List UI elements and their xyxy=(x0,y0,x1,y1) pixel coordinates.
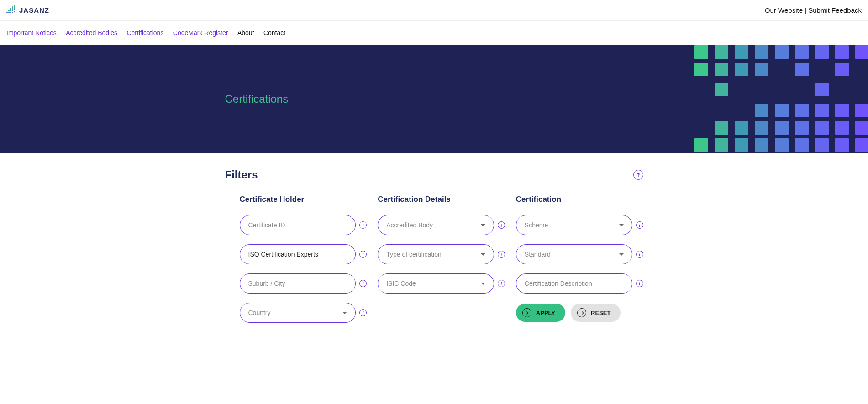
suburb-input-wrapper[interactable] xyxy=(240,273,356,294)
info-icon[interactable]: i xyxy=(498,251,505,258)
brand-logo-mark xyxy=(6,5,16,15)
scheme-select[interactable]: Scheme xyxy=(516,215,632,235)
scheme-placeholder: Scheme xyxy=(525,221,548,229)
arrow-right-icon xyxy=(522,308,531,317)
isic-code-placeholder: ISIC Code xyxy=(386,280,416,287)
arrow-up-icon xyxy=(636,172,641,178)
certification-description-input[interactable] xyxy=(525,280,624,287)
reset-button[interactable]: RESET xyxy=(571,304,621,322)
info-icon[interactable]: i xyxy=(359,280,367,287)
hero-decoration xyxy=(694,45,868,153)
nav-about[interactable]: About xyxy=(237,29,254,37)
nav-important-notices[interactable]: Important Notices xyxy=(6,29,57,37)
nav-accredited-bodies[interactable]: Accredited Bodies xyxy=(66,29,117,37)
apply-button[interactable]: APPLY xyxy=(516,304,565,322)
certification-details-column: Certification Details Accredited Body i … xyxy=(378,195,505,323)
chevron-down-icon xyxy=(619,224,624,226)
info-icon[interactable]: i xyxy=(359,309,367,316)
country-placeholder: Country xyxy=(248,309,271,316)
info-icon[interactable]: i xyxy=(359,221,367,229)
info-icon[interactable]: i xyxy=(498,280,505,287)
info-icon[interactable]: i xyxy=(359,251,367,258)
organisation-input-wrapper[interactable] xyxy=(240,244,356,264)
nav-certifications[interactable]: Certifications xyxy=(126,29,163,37)
brand-name: JASANZ xyxy=(19,6,49,14)
top-separator: | xyxy=(805,6,806,14)
filters-heading: Filters xyxy=(225,168,258,181)
certificate-id-input-wrapper[interactable] xyxy=(240,215,356,235)
standard-placeholder: Standard xyxy=(525,251,551,258)
info-icon[interactable]: i xyxy=(498,221,505,229)
page-title: Certifications xyxy=(225,93,643,105)
certification-description-input-wrapper[interactable] xyxy=(516,273,632,294)
arrow-right-icon xyxy=(577,308,586,317)
certification-details-title: Certification Details xyxy=(378,195,505,204)
chevron-down-icon xyxy=(342,312,347,314)
info-icon[interactable]: i xyxy=(636,221,643,229)
accredited-body-select[interactable]: Accredited Body xyxy=(378,215,494,235)
brand-logo[interactable]: JASANZ xyxy=(6,5,49,15)
nav-contact[interactable]: Contact xyxy=(263,29,285,37)
standard-select[interactable]: Standard xyxy=(516,244,632,264)
certificate-holder-title: Certificate Holder xyxy=(240,195,367,204)
organisation-input[interactable] xyxy=(248,251,347,258)
top-links: Our Website | Submit Feedback xyxy=(765,6,862,14)
suburb-input[interactable] xyxy=(248,280,347,287)
certificate-id-input[interactable] xyxy=(248,221,347,229)
info-icon[interactable]: i xyxy=(636,251,643,258)
filters-section: Filters Certificate Holder i i xyxy=(225,153,643,323)
isic-code-select[interactable]: ISIC Code xyxy=(378,273,494,294)
chevron-down-icon xyxy=(481,224,485,226)
certificate-holder-column: Certificate Holder i i i xyxy=(240,195,367,323)
topbar: JASANZ Our Website | Submit Feedback xyxy=(0,0,868,21)
reset-button-label: RESET xyxy=(591,310,610,316)
submit-feedback-link[interactable]: Submit Feedback xyxy=(808,6,862,14)
certification-column: Certification Scheme i Standard i xyxy=(516,195,643,323)
hero-banner: Certifications xyxy=(0,45,868,153)
chevron-down-icon xyxy=(481,253,485,256)
certification-title: Certification xyxy=(516,195,643,204)
chevron-down-icon xyxy=(619,253,624,256)
apply-button-label: APPLY xyxy=(536,310,555,316)
nav-codemark-register[interactable]: CodeMark Register xyxy=(173,29,228,37)
accredited-body-placeholder: Accredited Body xyxy=(386,221,433,229)
navbar: Important Notices Accredited Bodies Cert… xyxy=(0,21,868,45)
collapse-filters-button[interactable] xyxy=(633,170,643,180)
country-select[interactable]: Country xyxy=(240,303,356,323)
info-icon[interactable]: i xyxy=(636,280,643,287)
certification-type-placeholder: Type of certification xyxy=(386,251,442,258)
our-website-link[interactable]: Our Website xyxy=(765,6,803,14)
certification-type-select[interactable]: Type of certification xyxy=(378,244,494,264)
chevron-down-icon xyxy=(481,283,485,285)
